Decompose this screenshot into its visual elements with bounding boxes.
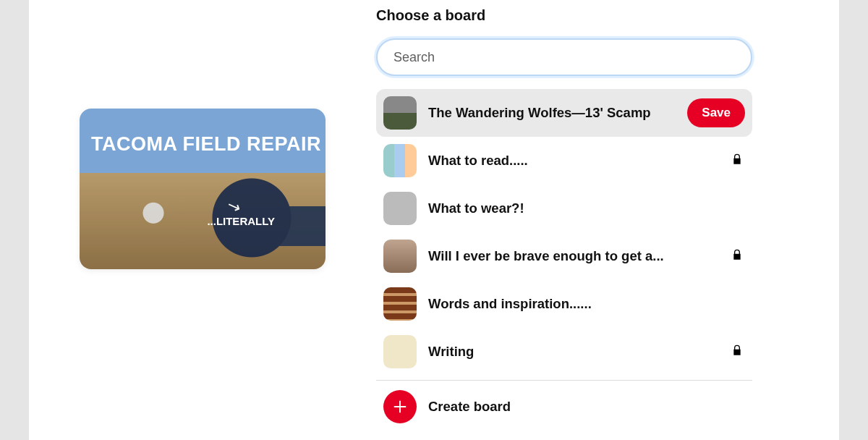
board-picker: Choose a board The Wandering Wolfes—13' … [347,0,810,440]
board-name: Will I ever be brave enough to get a... [428,248,718,264]
divider [376,380,752,381]
board-thumbnail [383,144,417,177]
board-thumbnail [383,287,417,321]
board-thumbnail [383,96,417,130]
board-thumbnail [383,192,417,225]
lock-icon [729,344,745,359]
board-list: The Wandering Wolfes—13' ScampSaveWhat t… [376,89,752,376]
pin-preview-image: TACOMA FIELD REPAIR ↘ ...LITERALLY [80,109,326,269]
plus-icon [383,390,417,423]
pin-overlay-subtitle: ...LITERALLY [207,215,275,227]
board-row[interactable]: Writing [376,328,752,376]
search-input[interactable] [376,38,752,76]
create-board-row[interactable]: Create board [376,384,752,430]
save-button[interactable]: Save [687,98,745,127]
board-name: What to wear?! [428,200,745,216]
create-board-label: Create board [428,399,511,415]
board-name: What to read..... [428,153,718,169]
board-row[interactable]: The Wandering Wolfes—13' ScampSave [376,89,752,137]
board-name: The Wandering Wolfes—13' Scamp [428,105,676,121]
lock-icon [729,249,745,263]
pin-preview-column: TACOMA FIELD REPAIR ↘ ...LITERALLY [58,0,347,440]
arrow-icon: ↘ [224,195,243,218]
board-row[interactable]: Will I ever be brave enough to get a... [376,232,752,280]
pin-overlay-title: TACOMA FIELD REPAIR [91,133,321,156]
board-row[interactable]: Words and inspiration...... [376,280,752,328]
board-name: Words and inspiration...... [428,296,745,312]
board-thumbnail [383,335,417,368]
choose-board-heading: Choose a board [376,7,810,24]
lock-icon [729,153,745,168]
board-row[interactable]: What to wear?! [376,185,752,232]
board-thumbnail [383,240,417,273]
board-row[interactable]: What to read..... [376,137,752,185]
save-to-board-modal: TACOMA FIELD REPAIR ↘ ...LITERALLY Choos… [29,0,839,440]
board-name: Writing [428,344,718,360]
